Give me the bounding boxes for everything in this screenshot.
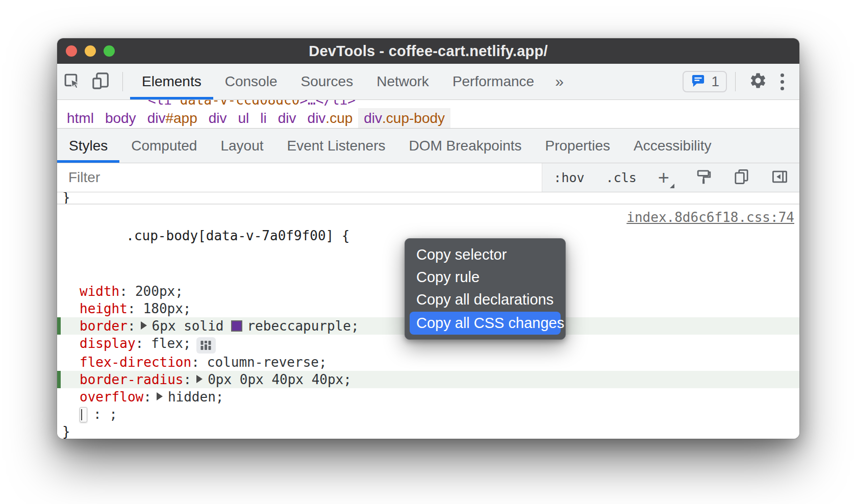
breadcrumb-item-div-cup-body[interactable]: div.cup-body bbox=[358, 108, 450, 128]
breadcrumb: html body div#app div ul li div div.cup … bbox=[57, 108, 799, 129]
window-title: DevTools - coffee-cart.netlify.app/ bbox=[57, 43, 799, 60]
expand-shorthand-icon[interactable] bbox=[196, 375, 203, 383]
menu-item-copy-all-declarations[interactable]: Copy all declarations bbox=[405, 288, 565, 311]
context-menu: Copy selector Copy rule Copy all declara… bbox=[405, 238, 566, 340]
tab-network[interactable]: Network bbox=[365, 64, 441, 99]
element-classes-button[interactable]: .cls bbox=[606, 170, 637, 185]
color-swatch-rebeccapurple[interactable] bbox=[231, 320, 242, 332]
menu-item-copy-rule[interactable]: Copy rule bbox=[405, 266, 565, 288]
chevron-double-icon: » bbox=[555, 73, 564, 90]
menu-item-copy-selector[interactable]: Copy selector bbox=[405, 243, 565, 266]
breadcrumb-item-div-cup[interactable]: div.cup bbox=[302, 108, 359, 128]
kebab-dot bbox=[781, 87, 784, 90]
breadcrumb-item-html[interactable]: html bbox=[61, 108, 99, 128]
tab-performance[interactable]: Performance bbox=[441, 64, 546, 99]
more-tabs-button[interactable]: » bbox=[546, 64, 573, 99]
copy-icon bbox=[733, 168, 750, 187]
device-toolbar-icon bbox=[91, 71, 110, 92]
css-rule-close: } bbox=[57, 423, 799, 439]
device-toolbar-button[interactable] bbox=[86, 64, 115, 99]
stylesheet-source-link[interactable]: index.8d6c6f18.css:74 bbox=[626, 208, 794, 226]
breadcrumb-item-div2[interactable]: div bbox=[272, 108, 302, 128]
flex-grid-icon bbox=[199, 340, 212, 351]
tab-styles[interactable]: Styles bbox=[57, 129, 119, 163]
declaration-border-radius[interactable]: border-radius:0px 0px 40px 40px; bbox=[57, 371, 799, 388]
tab-computed[interactable]: Computed bbox=[119, 129, 209, 163]
styles-pane-tabs: Styles Computed Layout Event Listeners D… bbox=[57, 129, 799, 163]
tab-console[interactable]: Console bbox=[213, 64, 289, 99]
rendering-emulation-button[interactable] bbox=[695, 168, 712, 187]
devtools-window: DevTools - coffee-cart.netlify.app/ Elem… bbox=[57, 38, 799, 439]
menu-item-copy-all-css-changes[interactable]: Copy all CSS changes bbox=[410, 312, 561, 335]
inspect-cursor-icon bbox=[62, 71, 81, 92]
toggle-sidebar-button[interactable] bbox=[771, 168, 788, 187]
breadcrumb-item-div-app[interactable]: div#app bbox=[142, 108, 203, 128]
tab-event-listeners[interactable]: Event Listeners bbox=[275, 129, 397, 163]
breadcrumb-item-body[interactable]: body bbox=[99, 108, 142, 128]
toolbar-separator bbox=[735, 72, 736, 91]
dom-node-li: <li data-v-ccd08dc0>…</li> bbox=[57, 100, 799, 108]
new-style-rule-button[interactable]: + bbox=[658, 168, 673, 187]
tab-elements[interactable]: Elements bbox=[130, 64, 213, 99]
breadcrumb-item-ul[interactable]: ul bbox=[233, 108, 255, 128]
tab-properties[interactable]: Properties bbox=[533, 129, 622, 163]
flex-editor-button[interactable] bbox=[196, 337, 216, 354]
breadcrumb-item-div[interactable]: div bbox=[203, 108, 233, 128]
dock-sidebar-icon bbox=[771, 168, 788, 187]
declaration-overflow[interactable]: overflow:hidden; bbox=[57, 388, 799, 406]
toggle-element-state-button[interactable]: :hov bbox=[553, 170, 584, 185]
previous-rule-close: } bbox=[57, 192, 799, 205]
tab-sources[interactable]: Sources bbox=[289, 64, 365, 99]
settings-button[interactable] bbox=[744, 71, 772, 92]
toolbar-right-cluster: 1 bbox=[683, 64, 799, 99]
property-name-editor[interactable] bbox=[80, 407, 87, 422]
paint-roller-icon bbox=[695, 168, 712, 187]
declaration-new-editing[interactable]: : ; bbox=[57, 406, 799, 423]
window-titlebar: DevTools - coffee-cart.netlify.app/ bbox=[57, 38, 799, 64]
issues-button[interactable]: 1 bbox=[683, 71, 727, 92]
tab-layout[interactable]: Layout bbox=[209, 129, 275, 163]
css-selector: .cup-body[data-v-7a0f9f00] { bbox=[126, 228, 349, 243]
more-options-button[interactable] bbox=[772, 73, 792, 90]
expand-shorthand-icon[interactable] bbox=[157, 392, 163, 400]
issues-count: 1 bbox=[711, 73, 719, 90]
breadcrumb-item-li[interactable]: li bbox=[255, 108, 272, 128]
elements-tree-clipped-row[interactable]: <li data-v-ccd08dc0>…</li> bbox=[57, 100, 799, 108]
expand-shorthand-icon[interactable] bbox=[141, 321, 147, 330]
kebab-dot bbox=[781, 73, 784, 77]
tab-accessibility[interactable]: Accessibility bbox=[622, 129, 723, 163]
gear-icon bbox=[749, 71, 767, 92]
copy-styles-button[interactable] bbox=[733, 168, 750, 187]
kebab-dot bbox=[781, 80, 784, 84]
styles-filter-tools: :hov .cls + bbox=[542, 163, 799, 192]
toolbar-separator bbox=[122, 72, 123, 91]
tab-dom-breakpoints[interactable]: DOM Breakpoints bbox=[397, 129, 534, 163]
devtools-toolbar: Elements Console Sources Network Perform… bbox=[57, 64, 799, 100]
issues-chat-icon bbox=[690, 73, 706, 91]
styles-filter-input[interactable] bbox=[57, 163, 542, 192]
styles-filter-bar: :hov .cls + bbox=[57, 163, 799, 192]
inspect-element-button[interactable] bbox=[57, 64, 86, 99]
declaration-flex-direction[interactable]: flex-direction:column-reverse; bbox=[57, 354, 799, 371]
